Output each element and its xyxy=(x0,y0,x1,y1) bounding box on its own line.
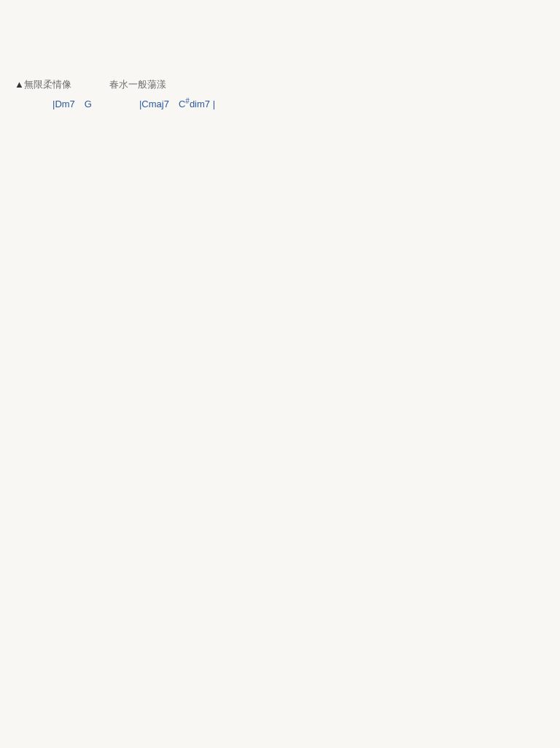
chord-diagrams-panel xyxy=(438,0,554,184)
outro-line xyxy=(15,160,432,175)
interlude-line xyxy=(15,130,432,145)
verse-1-lyrics: ▲無限柔情像 春水一般蕩漾 xyxy=(15,77,432,93)
verse-3-chords: |Dm7 G |Cmaj7 C#dim7 | xyxy=(15,96,432,112)
intro-line xyxy=(15,13,432,58)
sheet-main: ▲無限柔情像 春水一般蕩漾 |Dm7 G |Cmaj7 C#dim7 | xyxy=(0,0,438,184)
